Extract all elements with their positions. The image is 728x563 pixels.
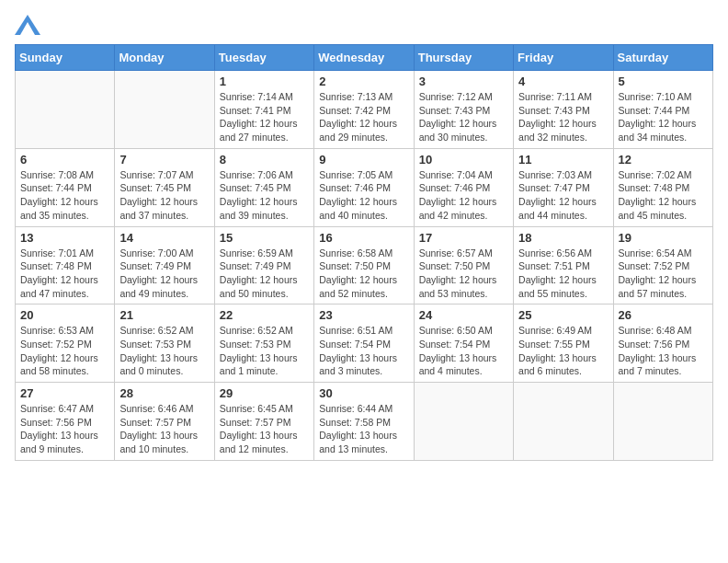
day-number: 1 [220, 75, 309, 88]
column-header-monday: Monday [115, 45, 214, 71]
day-number: 27 [20, 386, 109, 400]
week-row-0: 1Sunrise: 7:14 AM Sunset: 7:41 PM Daylig… [16, 71, 713, 149]
calendar-cell: 30Sunrise: 6:44 AM Sunset: 7:58 PM Dayli… [314, 383, 414, 461]
calendar-cell [514, 383, 613, 461]
calendar-cell [613, 383, 712, 461]
calendar-cell: 13Sunrise: 7:01 AM Sunset: 7:48 PM Dayli… [16, 226, 115, 304]
calendar-cell: 1Sunrise: 7:14 AM Sunset: 7:41 PM Daylig… [214, 71, 313, 149]
day-number: 12 [619, 153, 708, 167]
day-info: Sunrise: 6:54 AM Sunset: 7:52 PM Dayligh… [619, 247, 708, 301]
day-info: Sunrise: 6:46 AM Sunset: 7:57 PM Dayligh… [119, 402, 209, 456]
day-number: 10 [419, 153, 508, 167]
calendar-cell: 11Sunrise: 7:03 AM Sunset: 7:47 PM Dayli… [514, 148, 613, 226]
day-info: Sunrise: 7:07 AM Sunset: 7:45 PM Dayligh… [119, 168, 209, 223]
calendar-cell: 23Sunrise: 6:51 AM Sunset: 7:54 PM Dayli… [314, 304, 414, 383]
day-number: 5 [619, 75, 708, 88]
calendar-cell [115, 71, 214, 149]
day-info: Sunrise: 7:04 AM Sunset: 7:46 PM Dayligh… [419, 168, 508, 223]
day-info: Sunrise: 6:52 AM Sunset: 7:53 PM Dayligh… [220, 324, 309, 378]
day-number: 19 [619, 231, 708, 245]
column-header-wednesday: Wednesday [314, 45, 414, 71]
day-number: 4 [518, 75, 608, 88]
calendar-body: 1Sunrise: 7:14 AM Sunset: 7:41 PM Daylig… [16, 71, 713, 461]
calendar-cell: 4Sunrise: 7:11 AM Sunset: 7:43 PM Daylig… [514, 71, 613, 149]
day-number: 25 [518, 308, 608, 322]
day-number: 2 [319, 75, 408, 88]
calendar-cell: 28Sunrise: 6:46 AM Sunset: 7:57 PM Dayli… [115, 383, 214, 461]
day-info: Sunrise: 6:59 AM Sunset: 7:49 PM Dayligh… [220, 247, 309, 301]
day-info: Sunrise: 6:52 AM Sunset: 7:53 PM Dayligh… [119, 324, 209, 378]
day-info: Sunrise: 6:49 AM Sunset: 7:55 PM Dayligh… [518, 324, 608, 378]
calendar-cell: 17Sunrise: 6:57 AM Sunset: 7:50 PM Dayli… [414, 226, 513, 304]
day-number: 21 [119, 308, 209, 322]
calendar-cell: 24Sunrise: 6:50 AM Sunset: 7:54 PM Dayli… [414, 304, 513, 383]
column-header-tuesday: Tuesday [214, 45, 313, 71]
day-number: 9 [319, 153, 408, 167]
column-header-sunday: Sunday [16, 45, 115, 71]
column-header-friday: Friday [514, 45, 613, 71]
week-row-4: 27Sunrise: 6:47 AM Sunset: 7:56 PM Dayli… [16, 383, 713, 461]
day-info: Sunrise: 7:00 AM Sunset: 7:49 PM Dayligh… [119, 247, 209, 301]
calendar-cell: 21Sunrise: 6:52 AM Sunset: 7:53 PM Dayli… [115, 304, 214, 383]
header [15, 15, 713, 35]
calendar-cell: 14Sunrise: 7:00 AM Sunset: 7:49 PM Dayli… [115, 226, 214, 304]
day-number: 18 [518, 231, 608, 245]
calendar-cell: 19Sunrise: 6:54 AM Sunset: 7:52 PM Dayli… [613, 226, 712, 304]
calendar-cell: 27Sunrise: 6:47 AM Sunset: 7:56 PM Dayli… [16, 383, 115, 461]
calendar-table: SundayMondayTuesdayWednesdayThursdayFrid… [15, 44, 713, 461]
week-row-2: 13Sunrise: 7:01 AM Sunset: 7:48 PM Dayli… [16, 226, 713, 304]
day-number: 14 [119, 231, 209, 245]
calendar-cell [16, 71, 115, 149]
day-number: 22 [220, 308, 309, 322]
week-row-3: 20Sunrise: 6:53 AM Sunset: 7:52 PM Dayli… [16, 304, 713, 383]
day-number: 16 [319, 231, 408, 245]
calendar-cell: 18Sunrise: 6:56 AM Sunset: 7:51 PM Dayli… [514, 226, 613, 304]
day-info: Sunrise: 6:56 AM Sunset: 7:51 PM Dayligh… [518, 247, 608, 301]
day-number: 7 [119, 153, 209, 167]
day-number: 6 [20, 153, 109, 167]
calendar-cell: 10Sunrise: 7:04 AM Sunset: 7:46 PM Dayli… [414, 148, 513, 226]
day-info: Sunrise: 7:11 AM Sunset: 7:43 PM Dayligh… [518, 90, 608, 144]
day-number: 15 [220, 231, 309, 245]
day-info: Sunrise: 7:13 AM Sunset: 7:42 PM Dayligh… [319, 90, 408, 144]
day-number: 13 [20, 231, 109, 245]
day-number: 29 [220, 386, 309, 400]
calendar-cell: 15Sunrise: 6:59 AM Sunset: 7:49 PM Dayli… [214, 226, 313, 304]
day-info: Sunrise: 7:08 AM Sunset: 7:44 PM Dayligh… [20, 168, 109, 223]
day-info: Sunrise: 6:44 AM Sunset: 7:58 PM Dayligh… [319, 402, 408, 456]
day-info: Sunrise: 6:58 AM Sunset: 7:50 PM Dayligh… [319, 247, 408, 301]
column-header-thursday: Thursday [414, 45, 513, 71]
day-number: 3 [419, 75, 508, 88]
column-header-saturday: Saturday [613, 45, 712, 71]
day-info: Sunrise: 7:12 AM Sunset: 7:43 PM Dayligh… [419, 90, 508, 144]
day-info: Sunrise: 7:10 AM Sunset: 7:44 PM Dayligh… [619, 90, 708, 144]
week-row-1: 6Sunrise: 7:08 AM Sunset: 7:44 PM Daylig… [16, 148, 713, 226]
day-info: Sunrise: 7:01 AM Sunset: 7:48 PM Dayligh… [20, 247, 109, 301]
calendar-cell: 3Sunrise: 7:12 AM Sunset: 7:43 PM Daylig… [414, 71, 513, 149]
day-info: Sunrise: 7:02 AM Sunset: 7:48 PM Dayligh… [619, 168, 708, 223]
day-info: Sunrise: 6:51 AM Sunset: 7:54 PM Dayligh… [319, 324, 408, 378]
calendar-cell: 25Sunrise: 6:49 AM Sunset: 7:55 PM Dayli… [514, 304, 613, 383]
day-info: Sunrise: 6:53 AM Sunset: 7:52 PM Dayligh… [20, 324, 109, 378]
calendar-cell: 7Sunrise: 7:07 AM Sunset: 7:45 PM Daylig… [115, 148, 214, 226]
day-number: 11 [518, 153, 608, 167]
day-info: Sunrise: 6:57 AM Sunset: 7:50 PM Dayligh… [419, 247, 508, 301]
calendar-cell: 6Sunrise: 7:08 AM Sunset: 7:44 PM Daylig… [16, 148, 115, 226]
day-number: 20 [20, 308, 109, 322]
day-info: Sunrise: 6:50 AM Sunset: 7:54 PM Dayligh… [419, 324, 508, 378]
day-number: 8 [220, 153, 309, 167]
logo-icon [15, 15, 40, 35]
calendar-cell: 16Sunrise: 6:58 AM Sunset: 7:50 PM Dayli… [314, 226, 414, 304]
day-number: 28 [119, 386, 209, 400]
logo [15, 15, 44, 35]
day-number: 26 [619, 308, 708, 322]
day-number: 17 [419, 231, 508, 245]
calendar-header-row: SundayMondayTuesdayWednesdayThursdayFrid… [16, 45, 713, 71]
calendar-cell: 9Sunrise: 7:05 AM Sunset: 7:46 PM Daylig… [314, 148, 414, 226]
day-info: Sunrise: 6:47 AM Sunset: 7:56 PM Dayligh… [20, 402, 109, 456]
calendar-cell: 29Sunrise: 6:45 AM Sunset: 7:57 PM Dayli… [214, 383, 313, 461]
day-info: Sunrise: 7:03 AM Sunset: 7:47 PM Dayligh… [518, 168, 608, 223]
day-info: Sunrise: 6:45 AM Sunset: 7:57 PM Dayligh… [220, 402, 309, 456]
calendar-cell: 22Sunrise: 6:52 AM Sunset: 7:53 PM Dayli… [214, 304, 313, 383]
calendar-cell: 26Sunrise: 6:48 AM Sunset: 7:56 PM Dayli… [613, 304, 712, 383]
